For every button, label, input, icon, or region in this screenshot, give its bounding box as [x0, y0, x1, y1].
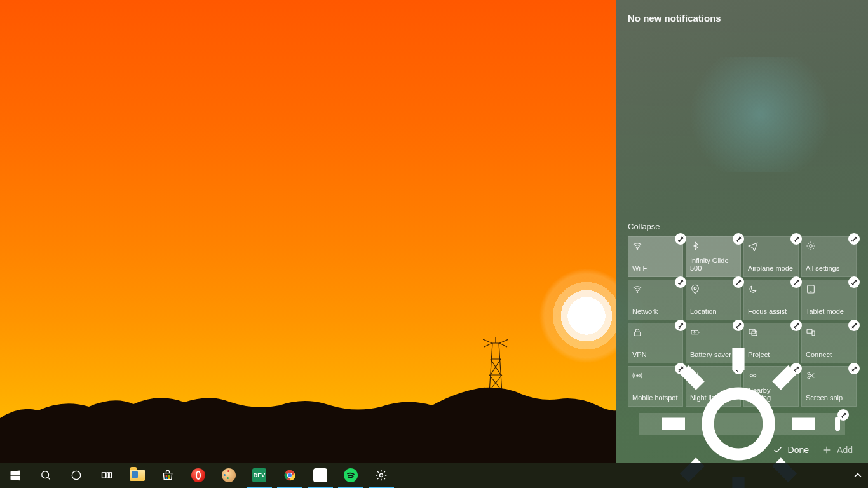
svg-rect-20	[102, 473, 106, 478]
bluetooth-icon	[690, 241, 700, 251]
svg-point-30	[380, 474, 383, 477]
wifi-icon	[632, 241, 642, 251]
notifications-header: No new notifications	[616, 0, 868, 30]
taskbar-search[interactable]	[31, 463, 61, 488]
wallpaper-mountains	[0, 336, 616, 463]
taskbar-store[interactable]	[153, 463, 183, 488]
taskbar-spotify[interactable]	[336, 463, 366, 488]
quick-action-airplane[interactable]: Airplane mode	[743, 236, 799, 277]
quick-action-label: Network	[632, 308, 679, 316]
gear-icon	[806, 241, 816, 251]
quick-action-network[interactable]: Network	[628, 280, 683, 320]
unpin-icon[interactable]	[848, 276, 860, 288]
svg-point-29	[288, 473, 292, 477]
quick-action-label: Infinity Glide 500	[690, 257, 736, 273]
svg-point-1	[810, 245, 812, 247]
quick-action-wifi[interactable]: Wi-Fi	[628, 236, 683, 277]
svg-rect-23	[166, 475, 168, 477]
taskbar-explorer[interactable]	[122, 463, 153, 488]
quick-action-label: Location	[690, 308, 736, 316]
moon-icon	[748, 284, 758, 294]
unpin-icon[interactable]	[790, 276, 802, 288]
unpin-icon[interactable]	[790, 233, 802, 245]
taskbar: DEV	[0, 463, 868, 488]
taskbar-slack[interactable]	[305, 463, 336, 488]
unpin-icon[interactable]	[675, 276, 686, 288]
quick-action-location[interactable]: Location	[686, 280, 741, 320]
svg-point-19	[72, 471, 80, 479]
quick-action-focus[interactable]: Focus assist	[743, 280, 799, 320]
vpn-icon	[632, 327, 642, 337]
tray-chevron-up-icon[interactable]	[848, 463, 868, 488]
svg-point-2	[637, 292, 638, 293]
unpin-icon[interactable]	[790, 320, 802, 331]
action-center-panel: No new notifications Collapse Wi-Fi Infi…	[616, 0, 868, 463]
svg-point-17	[708, 393, 769, 454]
taskbar-start[interactable]	[0, 463, 31, 488]
quick-action-label: Focus assist	[748, 308, 794, 316]
quick-action-label: Wi-Fi	[632, 264, 679, 273]
unpin-icon[interactable]	[848, 320, 860, 331]
taskbar-settings[interactable]	[366, 463, 397, 488]
hotspot-icon	[632, 370, 642, 381]
svg-point-0	[637, 248, 638, 250]
svg-rect-25	[166, 477, 168, 479]
unpin-icon[interactable]	[848, 233, 860, 245]
wallpaper-tower	[483, 337, 508, 413]
quick-action-label: Tablet mode	[806, 308, 852, 316]
unpin-icon[interactable]	[837, 409, 849, 421]
unpin-icon[interactable]	[675, 320, 686, 331]
taskbar-cortana[interactable]	[61, 463, 92, 488]
location-icon	[690, 284, 700, 294]
system-tray	[848, 463, 868, 488]
taskbar-opera[interactable]	[183, 463, 214, 488]
svg-rect-5	[634, 332, 640, 336]
quick-action-settings[interactable]: All settings	[801, 236, 857, 277]
taskbar-taskview[interactable]	[92, 463, 122, 488]
taskbar-devapp[interactable]: DEV	[244, 463, 275, 488]
svg-point-11	[637, 375, 639, 377]
unpin-icon[interactable]	[848, 363, 860, 374]
unpin-icon[interactable]	[675, 233, 686, 245]
wifi-icon	[632, 284, 642, 294]
svg-rect-22	[109, 473, 111, 478]
taskbar-chrome[interactable]	[275, 463, 305, 488]
taskbar-paint[interactable]	[214, 463, 244, 488]
unpin-icon[interactable]	[733, 276, 744, 288]
brightness-slider[interactable]	[639, 413, 845, 435]
quick-action-bluetooth[interactable]: Infinity Glide 500	[686, 236, 741, 277]
svg-rect-21	[107, 473, 109, 478]
svg-point-18	[42, 471, 49, 478]
svg-rect-26	[168, 477, 170, 479]
unpin-icon[interactable]	[733, 320, 744, 331]
quick-action-label: All settings	[806, 264, 852, 273]
tablet-icon	[806, 284, 816, 294]
quick-action-label: Airplane mode	[748, 264, 794, 273]
add-label: Add	[837, 445, 853, 455]
svg-rect-24	[168, 475, 170, 477]
quick-action-tablet[interactable]: Tablet mode	[801, 280, 857, 320]
airplane-icon	[748, 241, 758, 251]
unpin-icon[interactable]	[733, 233, 744, 245]
svg-point-3	[694, 287, 696, 290]
